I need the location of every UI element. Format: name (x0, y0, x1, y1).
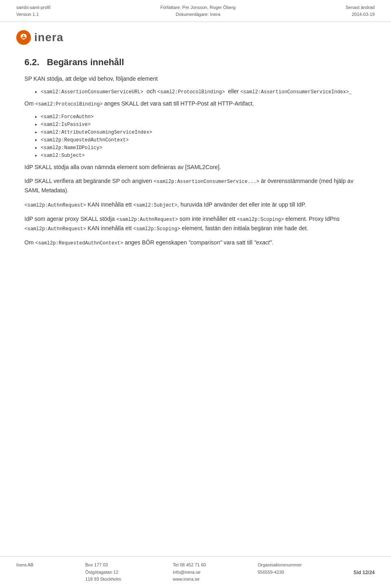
doc-title: sambi-saml-profil (16, 4, 51, 11)
code-assertion-consumer-url: <saml2:AssertionConsumerServiceURL> (41, 89, 143, 95)
list-item-1: <saml2:AssertionConsumerServiceURL> och … (41, 88, 367, 95)
element-list: <saml2:AssertionConsumerServiceURL> och … (41, 88, 367, 95)
section-heading: 6.2. Begärans innehåll (24, 57, 367, 68)
last-changed-label: Senast ändrad (345, 4, 375, 11)
code-protocol-binding: <saml2:ProtocolBinding> (157, 89, 225, 95)
requested-authn-context-para: Om <saml2p:RequestedAuthnContext> anges … (24, 238, 367, 247)
website: www.inera.se (173, 576, 206, 583)
list-item-nameid-policy: <saml2p:NameIDPolicy> (41, 145, 367, 151)
exact-text: "exact" (254, 239, 272, 246)
header-center: Författare: Per Jonsson, Roger Öberg Dok… (160, 4, 236, 18)
authors: Författare: Per Jonsson, Roger Öberg (160, 4, 236, 11)
list-item-force-authn: <saml2:ForceAuthn> (41, 114, 367, 120)
protocol-binding-para: Om <saml2:ProtocolBinding> anges SKALL d… (24, 99, 367, 108)
code-authn-request: <saml2p:AuthnRequest> (24, 203, 86, 208)
page-number: Sid 12/24 (354, 570, 375, 575)
org-number-label: Organisationsnummer (258, 562, 302, 569)
code-requested-authn-context: <saml2p:RequestedAuthnContext> (35, 240, 123, 246)
code-authn-request-2: <saml2p:AuthnRequest> (116, 217, 178, 222)
code-scoping-2: <saml2p:Scoping> (133, 226, 180, 232)
idp-support-para: IdP SKALL stödja alla ovan nämnda elemen… (24, 163, 367, 172)
proxy-para: IdP som agerar proxy SKALL stödja <saml2… (24, 214, 367, 233)
list-item-attribute-consuming: <saml2:AttributeConsumingServiceIndex> (41, 129, 367, 135)
authn-request-para: <saml2p:AuthnRequest> KAN innehålla ett … (24, 200, 367, 209)
code-authn-request-3: <saml2p:AuthnRequest> (24, 226, 86, 232)
footer-col-address: Box 177 03 Östgötagatan 12 118 93 Stockh… (85, 562, 121, 583)
logo-area: inera (0, 22, 391, 49)
address-street: Östgötagatan 12 (85, 569, 121, 576)
code-protocol-binding-2: <saml2:ProtocolBinding> (35, 101, 103, 107)
code-subject: <saml2:Subject> (133, 203, 177, 208)
list-item-requested-authn: <saml2p:RequestedAuthnContext> (41, 137, 367, 143)
address-box: Box 177 03 (85, 562, 121, 569)
code-scoping: <saml2p:Scoping> (237, 217, 284, 222)
last-changed-date: 2014-03-19 (345, 11, 375, 18)
page-header: sambi-saml-profil Version 1.1 Författare… (0, 0, 391, 22)
footer-col-org: Organisationsnummer 556559-4230 (258, 562, 302, 576)
main-content: 6.2. Begärans innehåll SP KAN stödja, at… (0, 49, 391, 260)
company-name: Inera AB (16, 562, 33, 569)
intro-paragraph: SP KAN stödja, att delge vid behov, följ… (24, 74, 367, 83)
code-assertion-consumer-index: <saml2:AssertionConsumerServiceIndex>_ (240, 89, 352, 95)
document-owner: Dokumentägare: Inera (160, 11, 236, 18)
email: info@inera.se (173, 569, 206, 576)
list-item-subject: <saml2:Subject> (41, 152, 367, 159)
address-city: 118 93 Stockholm (85, 576, 121, 583)
list-item-is-passive: <saml2:IsPassive> (41, 121, 367, 128)
page-footer: Inera AB Box 177 03 Östgötagatan 12 118 … (0, 556, 391, 588)
idp-verify-para: IdP SKALL verifiera att begärande SP och… (24, 176, 367, 195)
logo-icon (16, 30, 31, 45)
footer-col-company: Inera AB (16, 562, 33, 569)
comparison-text: "comparison" (189, 239, 222, 246)
footer-col-contact: Tel 08 452 71 60 info@inera.se www.inera… (173, 562, 206, 583)
phone: Tel 08 452 71 60 (173, 562, 206, 569)
logo-text: inera (34, 31, 64, 44)
header-right: Senast ändrad 2014-03-19 (345, 4, 375, 18)
header-left: sambi-saml-profil Version 1.1 (16, 4, 51, 18)
code-assertion-consumer-service: <saml2p:AssertionConsumerService...> (154, 179, 259, 185)
doc-version: Version 1.1 (16, 11, 51, 18)
logo-svg (19, 33, 28, 42)
element-list-2: <saml2:ForceAuthn> <saml2:IsPassive> <sa… (41, 114, 367, 159)
org-number: 556559-4230 (258, 569, 302, 576)
